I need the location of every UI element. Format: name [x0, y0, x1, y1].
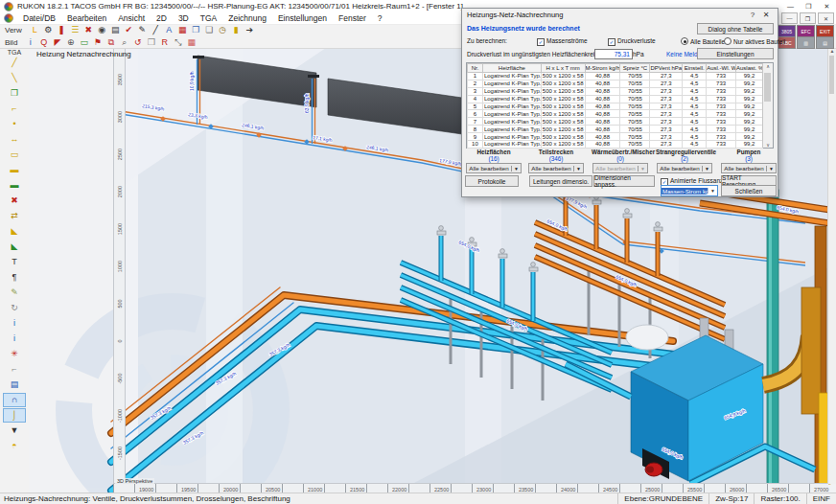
table-col-7[interactable]: Ausl.-Wl. W: [707, 64, 736, 73]
druckverluste-checkbox[interactable]: ✓Druckverluste: [608, 37, 656, 46]
rotate-red-icon[interactable]: ↺: [131, 36, 144, 48]
alle-bearbeiten-button[interactable]: Alle bearbeiten▼: [657, 163, 712, 173]
dialog-close-button[interactable]: ✕: [759, 11, 773, 19]
table-row[interactable]: 2Logatrend K-Plan Typ...500 x 1200 x 584…: [468, 80, 763, 87]
info-icon[interactable]: i: [24, 36, 36, 48]
chevron-down-icon[interactable]: ▼: [766, 166, 776, 172]
symbol-pin-tool-icon[interactable]: ¶: [4, 271, 25, 284]
info-plus-tool-icon[interactable]: i: [4, 332, 25, 345]
menu-einstellungen[interactable]: Einstellungen: [272, 13, 333, 23]
protokolle-button[interactable]: Protokolle: [465, 175, 519, 187]
valve-yellow-tool-icon[interactable]: ▬: [4, 164, 25, 176]
elbow-yellow-tool-icon[interactable]: ◣: [4, 225, 25, 238]
menu--[interactable]: ?: [372, 13, 388, 23]
corner-red-icon[interactable]: ◤: [51, 36, 63, 48]
radiator-panel-tool-icon[interactable]: ▤: [4, 378, 25, 391]
chevron-down-icon[interactable]: ▼: [511, 166, 521, 172]
restore-button[interactable]: ❐: [800, 0, 818, 12]
delete-red-icon[interactable]: ✖: [82, 25, 95, 36]
table-row[interactable]: 7Logatrend K-Plan Typ...500 x 1200 x 584…: [468, 118, 763, 126]
canvas-vertical-scrollbar[interactable]: ▲: [827, 48, 836, 484]
center-cross-icon[interactable]: ⊕: [64, 36, 77, 48]
chevron-down-icon[interactable]: ▼: [708, 188, 717, 194]
pipe-branch-tool-icon[interactable]: ⌐: [4, 103, 25, 115]
checkbox-check-icon[interactable]: ✔: [123, 25, 135, 36]
pipe-return-tool-icon[interactable]: ╲: [4, 72, 25, 84]
raster-grid-icon[interactable]: ▦: [185, 36, 197, 48]
node-chain-tool-icon[interactable]: •: [4, 118, 25, 130]
db-barrel-icon[interactable]: ▮: [230, 25, 243, 36]
tile-windows-icon[interactable]: ▥: [797, 36, 815, 49]
menu-3d[interactable]: 3D: [173, 13, 195, 23]
table-row[interactable]: 5Logatrend K-Plan Typ...500 x 1200 x 584…: [468, 103, 763, 110]
pump-tool-icon[interactable]: ◓: [4, 440, 25, 452]
segment-length-tool-icon[interactable]: ↔: [4, 133, 25, 146]
chevron-down-icon[interactable]: ▼: [638, 166, 647, 172]
zoom-window-icon[interactable]: Q: [37, 36, 50, 48]
table-row[interactable]: 9Logatrend K-Plan Typ...500 x 1200 x 584…: [468, 133, 763, 141]
table-row[interactable]: 8Logatrend K-Plan Typ...500 x 1200 x 584…: [468, 126, 763, 133]
table-col-3[interactable]: M-Strom kg/h: [585, 64, 620, 73]
table-col-0[interactable]: Nr.: [468, 64, 483, 73]
menu-datei-db[interactable]: Datei/DB: [17, 13, 61, 23]
zoom-plus-icon[interactable]: ⌕: [118, 36, 130, 48]
menu-ansicht[interactable]: Ansicht: [112, 13, 151, 23]
chevron-down-icon[interactable]: ▼: [702, 166, 711, 172]
table-row[interactable]: 1Logatrend K-Plan Typ...500 x 1200 x 584…: [468, 73, 763, 80]
export-sheet-icon[interactable]: ➔: [244, 25, 256, 36]
table-row[interactable]: 6Logatrend K-Plan Typ...500 x 1200 x 584…: [468, 110, 763, 118]
cascade-windows-icon[interactable]: ▤: [816, 36, 834, 49]
pipe-skew-tool-icon[interactable]: ╱: [4, 57, 25, 69]
menu-2d[interactable]: 2D: [151, 13, 173, 23]
minimize-button[interactable]: —: [781, 0, 800, 12]
einstellungen-button[interactable]: Einstellungen: [697, 48, 774, 59]
info-tool-icon[interactable]: i: [4, 317, 25, 330]
close-button[interactable]: ✕: [818, 0, 836, 12]
paste-sheet-icon[interactable]: ❏: [203, 25, 216, 36]
selection-arrows-icon[interactable]: ⧉: [104, 36, 117, 48]
menu-bearbeiten[interactable]: Bearbeiten: [61, 13, 112, 23]
mdi-restore-button[interactable]: ❐: [800, 12, 816, 24]
mdi-close-button[interactable]: ✕: [818, 12, 834, 24]
dialog-help-button[interactable]: ?: [746, 11, 759, 19]
toolbar1-label[interactable]: Verw: [2, 26, 25, 34]
pipe-drop-tool-icon[interactable]: ⌡: [4, 409, 25, 422]
valve-green-tool-icon[interactable]: ▬: [4, 179, 25, 192]
pipe-bend-tool-icon[interactable]: ∩: [4, 394, 25, 406]
pages-gray-icon[interactable]: ❒: [145, 36, 157, 48]
delete-red-tool-icon[interactable]: ✖: [4, 195, 25, 207]
chevron-down-icon[interactable]: ▼: [573, 166, 583, 172]
nur-aktives-bauteil-radio[interactable]: Nur aktives Bauteil: [724, 37, 785, 45]
dimensionen-anpassen-button[interactable]: Dimensionen anpass.: [593, 175, 655, 187]
elbow-green-tool-icon[interactable]: ◣: [4, 241, 25, 253]
table-col-4[interactable]: Spreiz °C: [620, 64, 650, 73]
eye-preview-icon[interactable]: ◉: [96, 25, 108, 36]
pen-black-icon[interactable]: ✎: [136, 25, 149, 36]
layer-list-icon[interactable]: ☰: [69, 25, 81, 36]
dialog-ohne-tabelle-button[interactable]: Dialog ohne Tabelle: [697, 23, 774, 34]
loop-tool-icon[interactable]: ↻: [4, 302, 25, 314]
link-components-icon[interactable]: ❚: [56, 25, 68, 36]
text-pin-tool-icon[interactable]: T: [4, 256, 25, 268]
pipe-corner-tool-icon[interactable]: L: [29, 25, 41, 36]
menu-zeichnung[interactable]: Zeichnung: [222, 13, 272, 23]
table-col-8[interactable]: Auslast. %: [736, 64, 763, 73]
hook-tool-icon[interactable]: ⌐: [4, 363, 25, 376]
table-col-6[interactable]: Einstell.: [683, 64, 707, 73]
stack-dark-icon[interactable]: ▤: [109, 25, 122, 36]
heizflaechen-table[interactable]: Nr.HeizflächeH x L x T mmM-Strom kg/hSpr…: [466, 62, 774, 149]
sketch-tool-icon[interactable]: ✎: [4, 286, 25, 299]
alle-bearbeiten-button[interactable]: Alle bearbeiten▼: [528, 163, 584, 173]
alle-bearbeiten-button[interactable]: Alle bearbeiten▼: [466, 163, 522, 173]
drain-tool-icon[interactable]: ▼: [4, 424, 25, 437]
table-col-2[interactable]: H x L x T mm: [541, 64, 585, 73]
mdi-minimize-button[interactable]: —: [781, 12, 798, 24]
flag-red-icon[interactable]: ⚑: [91, 36, 104, 48]
table-row[interactable]: 10Logatrend K-Plan Typ...500 x 1200 x 58…: [468, 141, 763, 149]
table-row[interactable]: 3Logatrend K-Plan Typ...500 x 1200 x 584…: [468, 87, 763, 95]
schliessen-button[interactable]: Schließen: [721, 185, 777, 196]
table-row[interactable]: 4Logatrend K-Plan Typ...500 x 1200 x 584…: [468, 95, 763, 103]
color-grid-icon[interactable]: ▦: [176, 25, 189, 36]
alle-bearbeiten-button[interactable]: Alle bearbeiten▼: [721, 163, 777, 173]
rotate-node-tool-icon[interactable]: ✳: [4, 348, 25, 360]
